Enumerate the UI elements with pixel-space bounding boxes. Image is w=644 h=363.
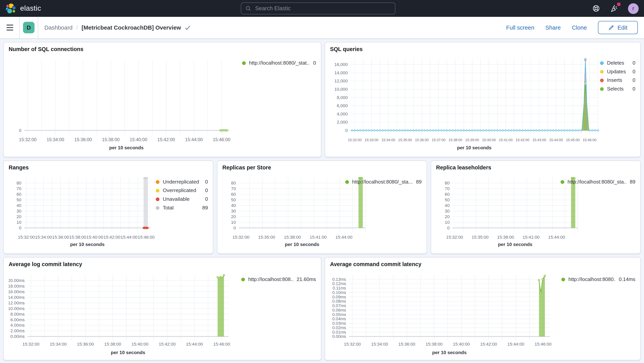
space-selector[interactable]: D (20, 17, 38, 38)
legend-dot-icon (600, 79, 604, 82)
legend-label: http://localhost:8080/_sta... (352, 179, 413, 185)
svg-text:per 10 seconds: per 10 seconds (111, 350, 145, 355)
svg-text:15:41:00: 15:41:00 (310, 235, 327, 240)
breadcrumb-dashboard-link[interactable]: Dashboard (44, 24, 73, 31)
legend-value: 0 (632, 61, 636, 66)
svg-text:10.00ms: 10.00ms (9, 306, 25, 311)
legend-label: Inserts (607, 78, 629, 83)
search-input[interactable] (254, 5, 391, 12)
legend-item[interactable]: Overreplicated0 (156, 188, 208, 193)
svg-text:10: 10 (16, 220, 22, 225)
breadcrumb: Dashboard / [Metricbeat CockroachDB] Ove… (38, 24, 191, 31)
panel-title: SQL queries (330, 46, 635, 53)
panel-sql-queries: SQL queries 02,0004,0006,0008,00010,0001… (324, 42, 641, 157)
svg-text:15:38:00: 15:38:00 (448, 138, 462, 142)
legend-label: http://localhost:8080/_stat... (249, 61, 310, 66)
dashboard-grid: Number of SQL connections 015:32:0015:34… (0, 39, 644, 363)
top-bar: elastic (0, 0, 644, 17)
chart-canvas[interactable]: 02,0004,0006,0008,00010,00012,00014,0001… (330, 53, 636, 153)
svg-text:12,000: 12,000 (334, 79, 348, 83)
svg-text:50: 50 (445, 197, 450, 202)
legend-item[interactable]: Updates0 (600, 69, 635, 75)
legend-item[interactable]: Inserts0 (600, 78, 635, 83)
svg-text:0.01ms: 0.01ms (332, 330, 346, 334)
svg-text:15:32:00: 15:32:00 (18, 235, 35, 240)
legend-item[interactable]: Unavailable0 (156, 197, 208, 202)
legend-label: Total (163, 205, 199, 211)
svg-text:15:33:00: 15:33:00 (364, 138, 378, 142)
legend-item[interactable]: Total89 (156, 205, 208, 211)
full-screen-button[interactable]: Full screen (506, 24, 534, 31)
legend-item[interactable]: Deletes0 (600, 61, 635, 66)
svg-text:8,000: 8,000 (337, 95, 348, 100)
clone-button[interactable]: Clone (572, 24, 587, 31)
svg-text:15:46:00: 15:46:00 (583, 138, 596, 142)
global-search[interactable] (241, 3, 395, 15)
legend-item[interactable]: http://localhost:8080/_stat...0 (242, 61, 316, 66)
news-button[interactable] (610, 4, 618, 13)
legend-item[interactable]: http://localhost:8080...0.14ms (561, 277, 635, 282)
help-button[interactable] (592, 4, 600, 13)
svg-text:60: 60 (16, 192, 22, 197)
svg-text:0: 0 (234, 225, 236, 230)
chart-canvas[interactable]: 015:32:0015:34:0015:36:0015:38:0015:40:0… (9, 53, 316, 153)
legend-item[interactable]: Selects0 (600, 87, 635, 92)
svg-text:0.10ms: 0.10ms (332, 290, 346, 295)
svg-text:per 10 seconds: per 10 seconds (285, 242, 319, 247)
top-bar-icons: r (592, 3, 644, 14)
kibana-app: elastic (0, 0, 644, 363)
svg-text:15:41:00: 15:41:00 (523, 235, 540, 240)
svg-text:20: 20 (16, 214, 22, 219)
svg-text:15:35:00: 15:35:00 (258, 235, 275, 240)
panel-title: Average command commit latency (330, 261, 635, 268)
legend-item[interactable]: http://localhost:8080/_sta...89 (560, 179, 635, 185)
svg-text:6.00ms: 6.00ms (10, 317, 25, 322)
chart-legend: http://localhost:808...21.60ms (241, 277, 316, 282)
chart-legend: http://localhost:8080/_sta...89 (345, 179, 422, 185)
svg-text:15:32:00: 15:32:00 (446, 235, 463, 240)
svg-text:0.11ms: 0.11ms (332, 286, 346, 290)
svg-text:70: 70 (445, 186, 450, 191)
hamburger-icon (6, 24, 13, 31)
svg-text:15:42:00: 15:42:00 (103, 235, 120, 240)
legend-value: 0 (632, 69, 636, 75)
svg-text:15:40:00: 15:40:00 (482, 138, 496, 142)
svg-text:4,000: 4,000 (337, 112, 348, 116)
svg-text:15:44:00: 15:44:00 (185, 137, 203, 142)
chart-legend: Underreplicated0Overreplicated0Unavailab… (156, 179, 208, 211)
legend-dot-icon (156, 206, 160, 210)
legend-value: 0 (632, 87, 636, 92)
svg-text:0: 0 (345, 128, 348, 133)
panel-title: Replica leaseholders (436, 164, 636, 172)
svg-text:per 10 seconds: per 10 seconds (498, 242, 532, 247)
panel-average-command-commit-latency: Average command commit latency 0.00ms0.0… (324, 257, 641, 360)
svg-text:0.06ms: 0.06ms (332, 308, 346, 312)
legend-label: http://localhost:8080... (568, 277, 616, 282)
breadcrumb-separator: / (76, 24, 78, 31)
svg-text:15:36:00: 15:36:00 (52, 235, 69, 240)
legend-dot-icon (242, 61, 246, 65)
legend-label: Unavailable (163, 197, 202, 202)
chart-legend: http://localhost:8080...0.14ms (561, 277, 635, 282)
brand-wordmark: elastic (20, 4, 41, 13)
edit-button[interactable]: Edit (598, 21, 638, 34)
svg-text:30: 30 (445, 209, 450, 213)
panel-row-1: Number of SQL connections 015:32:0015:34… (3, 42, 641, 157)
user-avatar[interactable]: r (628, 3, 638, 14)
legend-value: 21.60ms (296, 277, 316, 282)
svg-text:15:46:00: 15:46:00 (535, 342, 552, 346)
chart-area: 015:32:0015:34:0015:36:0015:38:0015:40:0… (9, 53, 316, 153)
legend-item[interactable]: http://localhost:808...21.60ms (241, 277, 316, 282)
svg-text:14.00ms: 14.00ms (9, 295, 25, 300)
legend-item[interactable]: Underreplicated0 (156, 179, 208, 185)
legend-value: 0 (205, 179, 208, 185)
legend-item[interactable]: http://localhost:8080/_sta...89 (345, 179, 422, 185)
svg-text:15:32:00: 15:32:00 (232, 235, 250, 240)
svg-text:15:44:00: 15:44:00 (336, 235, 352, 240)
main-menu-button[interactable] (0, 17, 19, 38)
legend-label: Updates (607, 69, 629, 75)
share-button[interactable]: Share (546, 24, 561, 31)
elastic-brand[interactable]: elastic (0, 3, 41, 14)
svg-text:15:38:00: 15:38:00 (426, 342, 443, 346)
svg-text:40: 40 (16, 203, 22, 208)
